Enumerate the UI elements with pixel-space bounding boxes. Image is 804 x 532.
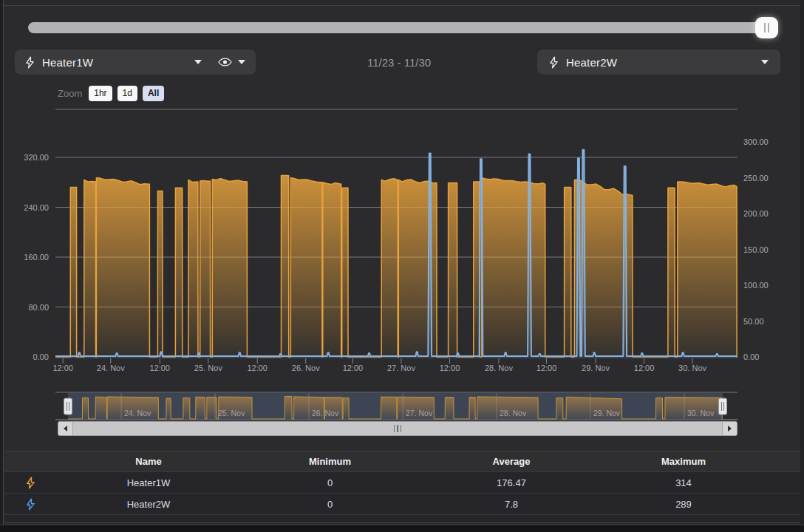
table-row: Heater2W 0 7.8 289 [4, 493, 800, 514]
y-axis-right-label: 300.00 [743, 137, 769, 146]
triangle-right-icon [728, 426, 732, 432]
column-header-minimum: Minimum [241, 456, 419, 467]
series-selector-right[interactable]: Heater2W [537, 50, 780, 75]
y-axis-right-label: 150.00 [743, 245, 769, 254]
nav-handle-right[interactable] [719, 398, 727, 415]
zoom-button-1d[interactable]: 1d [117, 86, 137, 101]
zoom-presets: Zoom 1hr 1d All [58, 86, 164, 101]
zoom-button-all[interactable]: All [143, 86, 164, 101]
y-axis-right-label: 0.00 [743, 352, 759, 361]
app-window: Heater1W 11/23 - 11/30 Heater2W Zoom 1hr… [0, 0, 804, 532]
top-range-slider-handle[interactable] [755, 17, 778, 38]
chevron-down-icon [194, 60, 202, 64]
y-axis-right-label: 50.00 [743, 317, 764, 326]
series-selector-left-label: Heater1W [42, 56, 93, 69]
lightning-bolt-icon [4, 498, 56, 511]
table-row: Heater1W 0 176.47 314 [4, 471, 800, 493]
x-axis-label: 28. Nov [485, 364, 513, 372]
zoom-caption: Zoom [58, 88, 82, 99]
grip-icon [397, 425, 398, 432]
horizontal-scrollbar[interactable] [58, 421, 737, 436]
x-axis-label: 26. Nov [292, 364, 320, 372]
y-axis-left-label: 80.00 [28, 303, 49, 312]
grip-icon [394, 425, 395, 432]
chevron-down-icon [238, 60, 245, 64]
row-average: 7.8 [419, 499, 604, 510]
column-header-maximum: Maximum [604, 456, 763, 467]
grip-icon [764, 23, 766, 33]
lightning-bolt-icon [549, 56, 559, 69]
eye-icon [218, 58, 232, 66]
row-minimum: 0 [241, 477, 419, 488]
x-axis-label: 12:00 [149, 364, 170, 372]
x-axis-label: 29. Nov [582, 364, 610, 372]
x-axis-label: 12:00 [247, 364, 268, 372]
date-range-label: 11/23 - 11/30 [291, 56, 507, 69]
x-axis-label: 12:00 [52, 364, 73, 372]
window-top-edge [0, 0, 804, 6]
x-axis-label: 25. Nov [194, 364, 222, 372]
y-axis-left-label: 0.00 [33, 352, 49, 361]
row-maximum: 289 [604, 499, 763, 510]
series-selector-left[interactable]: Heater1W [15, 50, 256, 75]
chevron-down-icon [761, 60, 769, 64]
stats-table-header: Name Minimum Average Maximum [4, 451, 800, 471]
x-axis-label: 24. Nov [97, 364, 125, 372]
x-axis-label: 12:00 [634, 364, 655, 372]
y-axis-right-label: 100.00 [743, 281, 769, 290]
main-chart[interactable]: 320.00240.00160.0080.000.00300.00250.002… [0, 103, 804, 384]
navigator[interactable]: 24. Nov25. Nov26. Nov27. Nov28. Nov29. N… [0, 388, 804, 421]
visibility-menu-button[interactable] [218, 58, 245, 66]
x-axis-label: 12:00 [536, 364, 557, 372]
lightning-bolt-icon [25, 56, 35, 69]
scroll-left-button[interactable] [58, 422, 73, 435]
nav-handle-left[interactable] [64, 398, 72, 415]
column-header-average: Average [419, 456, 604, 467]
triangle-left-icon [64, 426, 67, 432]
top-range-slider-track[interactable] [28, 22, 771, 33]
window-bottom-edge [0, 525, 804, 532]
row-maximum: 314 [604, 477, 763, 488]
x-axis-label: 12:00 [440, 364, 460, 372]
y-axis-right-label: 250.00 [743, 174, 769, 183]
row-name: Heater1W [56, 477, 241, 488]
x-axis-label: 30. Nov [678, 364, 706, 372]
y-axis-left-label: 240.00 [24, 203, 49, 212]
y-axis-right-label: 200.00 [743, 209, 769, 218]
grip-icon [768, 23, 769, 33]
scroll-right-button[interactable] [722, 422, 737, 435]
y-axis-left-label: 320.00 [24, 153, 49, 162]
scrollbar-track[interactable] [73, 422, 722, 435]
x-axis-label: 27. Nov [387, 364, 415, 372]
zoom-button-1hr[interactable]: 1hr [89, 86, 112, 101]
table-footer-spacer [4, 514, 800, 523]
stats-table: Name Minimum Average Maximum Heater1W 0 … [4, 451, 800, 523]
series-selector-right-label: Heater2W [566, 56, 617, 69]
row-average: 176.47 [419, 477, 604, 488]
y-axis-left-label: 160.00 [24, 253, 49, 262]
column-header-name: Name [56, 456, 241, 467]
lightning-bolt-icon [4, 477, 56, 489]
row-minimum: 0 [241, 499, 419, 510]
grip-icon [401, 425, 402, 432]
row-name: Heater2W [56, 499, 241, 510]
x-axis-label: 12:00 [343, 364, 364, 372]
